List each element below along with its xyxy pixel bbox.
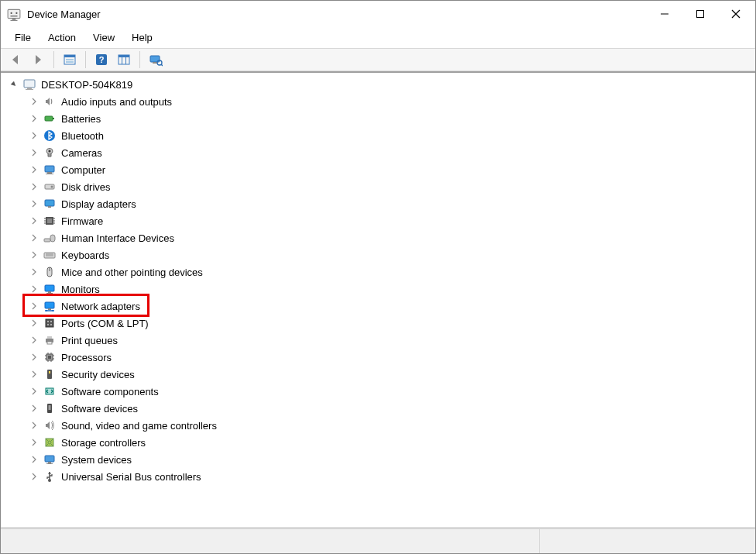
tree-item[interactable]: Processors xyxy=(2,349,754,366)
scan-hardware-button[interactable] xyxy=(146,50,166,69)
window-title: Device Manager xyxy=(27,9,101,20)
svg-rect-80 xyxy=(49,371,50,373)
content-area: DESKTOP-504K819 Audio inputs and outputs… xyxy=(1,71,755,528)
menu-view[interactable]: View xyxy=(85,30,122,45)
expand-icon[interactable] xyxy=(29,130,40,141)
expand-icon[interactable] xyxy=(29,369,40,380)
expand-icon[interactable] xyxy=(29,284,40,294)
svg-rect-57 xyxy=(45,302,54,308)
tree-item[interactable]: Storage controllers xyxy=(2,434,754,451)
hid-icon xyxy=(43,231,57,245)
menu-file[interactable]: File xyxy=(7,30,39,45)
collapse-icon[interactable] xyxy=(9,79,19,90)
svg-text:?: ? xyxy=(99,55,105,64)
expand-icon[interactable] xyxy=(29,318,40,329)
help-button[interactable]: ? xyxy=(91,50,112,69)
expand-icon[interactable] xyxy=(29,113,40,124)
expand-icon[interactable] xyxy=(29,147,40,158)
tree-item[interactable]: Human Interface Devices xyxy=(2,229,754,246)
display-icon xyxy=(43,197,57,211)
tree-item[interactable]: Monitors xyxy=(2,280,754,298)
tree-item[interactable]: Display adapters xyxy=(2,195,754,212)
menu-action[interactable]: Action xyxy=(40,30,84,45)
svg-rect-33 xyxy=(47,172,52,174)
svg-rect-32 xyxy=(45,166,54,172)
expand-icon[interactable] xyxy=(29,386,40,397)
expand-icon[interactable] xyxy=(29,267,40,277)
expand-icon[interactable] xyxy=(29,420,40,431)
expand-icon[interactable] xyxy=(29,181,40,192)
menu-help[interactable]: Help xyxy=(124,30,160,45)
svg-rect-55 xyxy=(48,291,51,293)
svg-rect-68 xyxy=(47,342,52,344)
storage-icon xyxy=(43,435,57,449)
camera-icon xyxy=(43,146,57,160)
close-button[interactable] xyxy=(718,2,754,26)
expand-icon[interactable] xyxy=(29,198,40,209)
tree-item[interactable]: Firmware xyxy=(2,212,754,229)
tree-item[interactable]: Print queues xyxy=(2,332,754,349)
tree-item-label: Audio inputs and outputs xyxy=(61,96,172,108)
expand-icon[interactable] xyxy=(29,96,40,107)
minimize-button[interactable] xyxy=(647,2,682,26)
expand-icon[interactable] xyxy=(29,215,40,226)
tree-item-label: Print queues xyxy=(61,335,118,346)
tree-item[interactable]: Network adapters xyxy=(2,298,754,315)
device-tree[interactable]: DESKTOP-504K819 Audio inputs and outputs… xyxy=(2,76,754,485)
expand-icon[interactable] xyxy=(29,403,40,414)
tree-item-label: Storage controllers xyxy=(61,437,146,449)
forward-button[interactable] xyxy=(28,50,48,69)
tree-item[interactable]: Cameras xyxy=(2,144,754,161)
expand-icon[interactable] xyxy=(29,352,40,363)
tree-item[interactable]: Disk drives xyxy=(2,178,754,195)
show-hide-console-tree-button[interactable] xyxy=(60,50,80,69)
expand-icon[interactable] xyxy=(29,437,40,448)
tree-item-label: Cameras xyxy=(61,147,102,159)
expand-icon[interactable] xyxy=(29,454,40,465)
tree-item[interactable]: Mice and other pointing devices xyxy=(2,263,754,280)
expand-icon[interactable] xyxy=(29,335,40,346)
tree-item[interactable]: Bluetooth xyxy=(2,127,754,144)
tree-item[interactable]: Ports (COM & LPT) xyxy=(2,315,754,332)
svg-rect-87 xyxy=(48,462,51,463)
tree-item-label: Software devices xyxy=(61,403,138,415)
expand-icon[interactable] xyxy=(29,471,40,482)
device-manager-icon xyxy=(7,7,21,21)
system-icon xyxy=(43,452,57,466)
properties-button[interactable] xyxy=(114,50,134,69)
expand-icon[interactable] xyxy=(29,164,40,175)
toolbar-separator xyxy=(53,51,54,68)
svg-rect-11 xyxy=(64,55,75,57)
svg-point-4 xyxy=(15,12,17,14)
tree-item-label: Keyboards xyxy=(61,249,109,261)
expand-icon[interactable] xyxy=(29,232,40,243)
tree-item[interactable]: Software components xyxy=(2,383,754,400)
svg-rect-56 xyxy=(46,293,53,294)
tree-item-label: Security devices xyxy=(61,369,135,380)
tree-item[interactable]: Software devices xyxy=(2,400,754,417)
tree-root[interactable]: DESKTOP-504K819 xyxy=(2,76,754,93)
expand-icon[interactable] xyxy=(29,301,40,311)
tree-item-label: Software components xyxy=(61,386,159,397)
tree-item[interactable]: Computer xyxy=(2,161,754,178)
svg-point-64 xyxy=(47,324,49,325)
tree-item[interactable]: Batteries xyxy=(2,110,754,127)
svg-line-23 xyxy=(161,64,163,66)
tree-item[interactable]: Sound, video and game controllers xyxy=(2,417,754,434)
sound-icon xyxy=(43,418,57,432)
tree-item[interactable]: System devices xyxy=(2,451,754,468)
svg-rect-1 xyxy=(12,19,16,20)
tree-item[interactable]: Security devices xyxy=(2,366,754,383)
expand-icon[interactable] xyxy=(29,249,40,260)
svg-rect-67 xyxy=(47,336,52,339)
tree-item[interactable]: Universal Serial Bus controllers xyxy=(2,468,754,485)
maximize-button[interactable] xyxy=(682,2,718,26)
statusbar-section xyxy=(1,529,540,553)
tree-item[interactable]: Audio inputs and outputs xyxy=(2,93,754,110)
tree-item-label: Disk drives xyxy=(61,181,111,193)
tree-item[interactable]: Keyboards xyxy=(2,246,754,263)
battery-icon xyxy=(43,112,57,126)
port-icon xyxy=(43,316,57,330)
svg-point-36 xyxy=(51,186,53,188)
back-button[interactable] xyxy=(5,50,26,69)
